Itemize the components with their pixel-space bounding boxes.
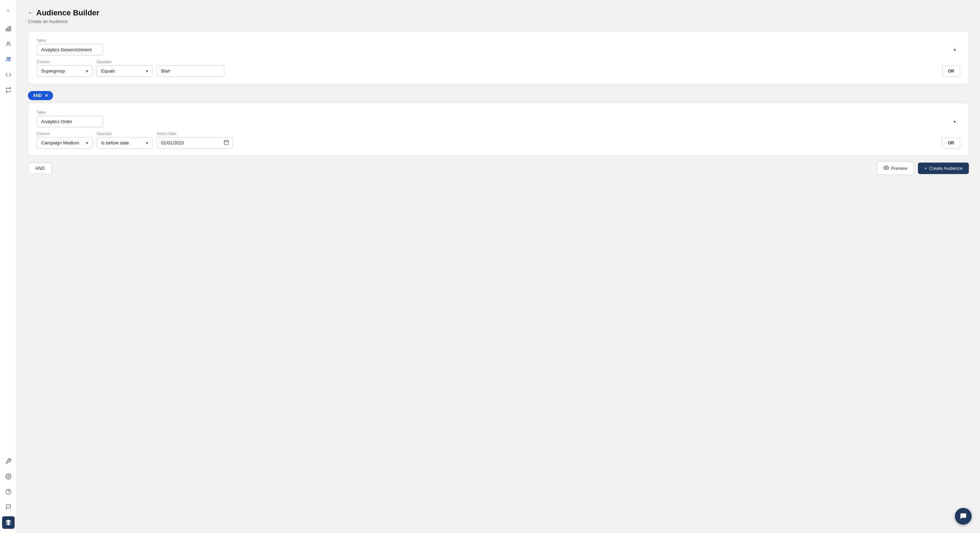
create-label: Create Audience	[929, 166, 963, 171]
main-content: ← Audience Builder Create an Audience Ta…	[17, 0, 980, 533]
table-select-arrow-1: ▼	[953, 48, 957, 52]
date-label: Select Date	[157, 132, 232, 136]
create-icon: +	[924, 166, 927, 171]
or-button-1[interactable]: OR	[942, 65, 960, 77]
operator-label-2: Operator	[97, 132, 153, 136]
right-actions: Preview + Create Audience	[877, 162, 969, 175]
tools-icon[interactable]	[2, 455, 15, 468]
help-icon[interactable]	[2, 485, 15, 498]
column-select-wrapper-2: Campaign Medium ▼	[37, 137, 92, 149]
field-row-1: Column Supergroup ▼ Operator Equals Not …	[37, 60, 960, 77]
svg-point-6	[7, 476, 9, 477]
table-label-1: Table	[37, 38, 960, 43]
back-button[interactable]: ←	[28, 10, 33, 16]
and-badge-close[interactable]: ✕	[45, 93, 48, 98]
column-field-group-2: Column Campaign Medium ▼	[37, 132, 92, 149]
column-field-group-1: Column Supergroup ▼	[37, 60, 92, 77]
and-badge-label: AND	[33, 93, 42, 98]
table-field-group-1: Table Analytics Geoenrichment Analytics …	[37, 38, 960, 56]
operator-select-2[interactable]: Equals Not Equals Contains Is before dat…	[97, 137, 153, 149]
table-select-1[interactable]: Analytics Geoenrichment Analytics Order …	[37, 44, 103, 56]
sidebar: ‹	[0, 0, 17, 533]
table-select-wrapper-1: Analytics Geoenrichment Analytics Order …	[37, 44, 960, 56]
date-input-wrapper	[157, 137, 232, 149]
repeat-icon[interactable]	[2, 84, 15, 96]
field-row-2: Column Campaign Medium ▼ Operator Equals…	[37, 132, 960, 149]
page-subtitle: Create an Audience	[28, 19, 969, 24]
group-icon[interactable]	[2, 53, 15, 65]
operator-select-1[interactable]: Equals Not Equals Contains Is before dat…	[97, 65, 153, 77]
table-field-group-2: Table Analytics Geoenrichment Analytics …	[37, 110, 960, 127]
bar-chart-icon[interactable]	[2, 22, 15, 35]
chat-button[interactable]	[955, 508, 972, 525]
footer-actions: AND Preview + Create Audience	[28, 162, 969, 175]
add-and-button[interactable]: AND	[28, 162, 52, 174]
svg-rect-0	[6, 29, 7, 31]
svg-point-5	[9, 57, 11, 59]
settings-icon[interactable]	[2, 470, 15, 483]
column-label-2: Column	[37, 132, 92, 136]
and-connector: AND ✕	[28, 88, 969, 103]
svg-rect-2	[10, 26, 11, 31]
operator-field-group-2: Operator Equals Not Equals Contains Is b…	[97, 132, 153, 149]
condition-block-2: Table Analytics Geoenrichment Analytics …	[28, 103, 969, 156]
page-title: Audience Builder	[36, 8, 99, 18]
operator-field-group-1: Operator Equals Not Equals Contains Is b…	[97, 60, 153, 77]
flag-icon[interactable]	[2, 501, 15, 514]
table-select-arrow-2: ▼	[953, 119, 957, 124]
and-badge[interactable]: AND ✕	[28, 91, 53, 100]
operator-select-wrapper-1: Equals Not Equals Contains Is before dat…	[97, 65, 153, 77]
date-input[interactable]	[157, 137, 232, 149]
operator-label-1: Operator	[97, 60, 153, 64]
user-icon[interactable]	[2, 38, 15, 50]
collapse-sidebar-button[interactable]: ‹	[2, 4, 15, 17]
page-header: ← Audience Builder Create an Audience	[28, 8, 969, 24]
column-select-2[interactable]: Campaign Medium	[37, 137, 92, 149]
column-select-wrapper-1: Supergroup ▼	[37, 65, 92, 77]
svg-point-4	[6, 57, 8, 59]
preview-icon	[883, 165, 889, 172]
svg-point-3	[7, 42, 10, 44]
create-audience-button[interactable]: + Create Audience	[918, 162, 969, 174]
logo	[2, 516, 15, 529]
table-label-2: Table	[37, 110, 960, 115]
preview-label: Preview	[891, 166, 907, 171]
svg-point-14	[886, 167, 887, 169]
preview-button[interactable]: Preview	[877, 162, 914, 175]
column-label-1: Column	[37, 60, 92, 64]
table-select-wrapper-2: Analytics Geoenrichment Analytics Order …	[37, 116, 960, 127]
date-field-group: Select Date	[157, 132, 232, 149]
column-select-1[interactable]: Supergroup	[37, 65, 92, 77]
table-select-2[interactable]: Analytics Geoenrichment Analytics Order …	[37, 116, 103, 127]
or-button-2[interactable]: OR	[942, 137, 960, 149]
condition-block-1: Table Analytics Geoenrichment Analytics …	[28, 31, 969, 84]
value-input-1[interactable]	[157, 65, 224, 77]
svg-rect-1	[8, 27, 9, 31]
operator-select-wrapper-2: Equals Not Equals Contains Is before dat…	[97, 137, 153, 149]
back-nav: ← Audience Builder	[28, 8, 969, 18]
code-icon[interactable]	[2, 68, 15, 81]
